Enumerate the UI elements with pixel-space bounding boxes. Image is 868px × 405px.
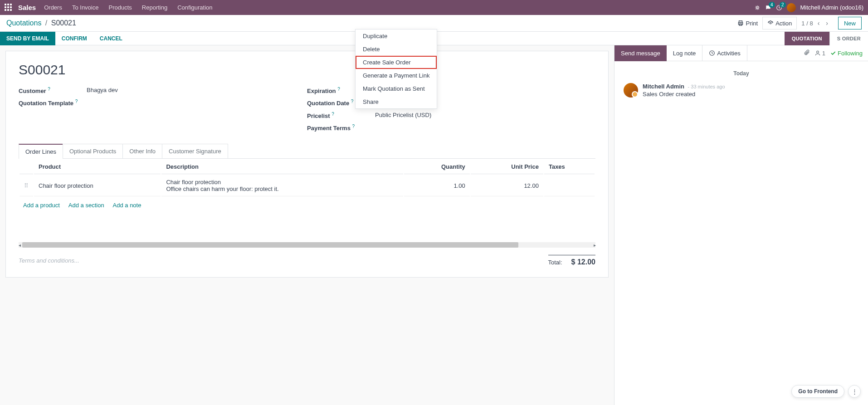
add-section-link[interactable]: Add a section bbox=[68, 202, 104, 209]
message-avatar bbox=[624, 83, 638, 98]
col-description: Description bbox=[161, 160, 403, 174]
attachment-icon[interactable] bbox=[804, 49, 810, 57]
col-product: Product bbox=[34, 160, 161, 174]
total-amount: $ 12.00 bbox=[571, 258, 595, 266]
terms-placeholder[interactable]: Terms and conditions... bbox=[19, 257, 548, 264]
dropdown-delete[interactable]: Delete bbox=[356, 43, 437, 56]
label-customer: Customer ? bbox=[19, 87, 87, 94]
cell-price[interactable]: 12.00 bbox=[471, 175, 543, 196]
message-time: - 33 minutes ago bbox=[688, 84, 725, 89]
message-author: Mitchell Admin bbox=[643, 83, 684, 90]
label-payment-terms: Payment Terms ? bbox=[307, 124, 375, 132]
total-row: Total: $ 12.00 bbox=[548, 255, 595, 266]
tab-order-lines[interactable]: Order Lines bbox=[19, 144, 63, 159]
chatter-message: Mitchell Admin - 33 minutes ago Sales Or… bbox=[624, 83, 859, 98]
form-sheet: S00021 Customer ?Bhagya dev Quotation Te… bbox=[5, 51, 609, 278]
dropdown-mark-sent[interactable]: Mark Quotation as Sent bbox=[356, 82, 437, 95]
label-template: Quotation Template ? bbox=[19, 99, 87, 107]
tabs: Order Lines Optional Products Other Info… bbox=[19, 143, 595, 159]
pager-prev-icon[interactable]: ‹ bbox=[816, 20, 822, 27]
col-taxes: Taxes bbox=[544, 160, 595, 174]
drag-handle-icon[interactable]: ⠿ bbox=[20, 175, 33, 196]
go-to-frontend-button[interactable]: Go to Frontend bbox=[791, 385, 844, 398]
new-button[interactable]: New bbox=[838, 17, 862, 29]
floating-actions: Go to Frontend ⋮ bbox=[791, 385, 861, 398]
action-dropdown: Duplicate Delete Create Sale Order Gener… bbox=[355, 29, 437, 109]
print-button[interactable]: Print bbox=[733, 17, 762, 29]
chatter-date-divider: Today bbox=[624, 70, 859, 77]
pager-next-icon[interactable]: › bbox=[824, 20, 830, 27]
tab-optional-products[interactable]: Optional Products bbox=[63, 144, 123, 159]
order-lines-table: Product Description Quantity Unit Price … bbox=[19, 159, 595, 197]
tab-other-info[interactable]: Other Info bbox=[122, 144, 162, 159]
add-note-link[interactable]: Add a note bbox=[113, 202, 141, 209]
status-sales-order[interactable]: S ORDER bbox=[829, 32, 868, 45]
log-note-button[interactable]: Log note bbox=[667, 45, 702, 61]
breadcrumb: Quotations / S00021 bbox=[6, 19, 76, 27]
activity-icon[interactable]: 2 bbox=[776, 5, 782, 11]
user-avatar[interactable] bbox=[787, 3, 796, 12]
pager: 1 / 8 ‹ › bbox=[797, 17, 834, 29]
cell-taxes[interactable] bbox=[544, 175, 595, 196]
cell-product[interactable]: Chair floor protection bbox=[34, 175, 161, 196]
pager-count[interactable]: 1 / 8 bbox=[801, 20, 813, 27]
top-navbar: Sales Orders To Invoice Products Reporti… bbox=[0, 0, 868, 15]
activities-button[interactable]: Activities bbox=[702, 45, 747, 61]
label-pricelist: Pricelist ? bbox=[307, 112, 375, 119]
send-email-button[interactable]: SEND BY EMAIL bbox=[0, 32, 55, 45]
svg-point-5 bbox=[770, 22, 771, 24]
table-row[interactable]: ⠿ Chair floor protection Chair floor pro… bbox=[20, 175, 595, 196]
total-label: Total: bbox=[548, 259, 562, 266]
apps-icon[interactable] bbox=[5, 4, 13, 12]
more-options-icon[interactable]: ⋮ bbox=[848, 385, 861, 398]
chat-badge: 4 bbox=[769, 2, 775, 8]
following-button[interactable]: Following bbox=[830, 50, 863, 57]
tab-customer-signature[interactable]: Customer Signature bbox=[162, 144, 228, 159]
dropdown-share[interactable]: Share bbox=[356, 95, 437, 108]
record-title: S00021 bbox=[19, 62, 595, 78]
chatter-panel: Send message Log note Activities 1 Follo… bbox=[614, 45, 868, 405]
followers-button[interactable]: 1 bbox=[814, 50, 825, 57]
value-pricelist[interactable]: Public Pricelist (USD) bbox=[375, 112, 431, 118]
app-brand[interactable]: Sales bbox=[18, 4, 36, 11]
horizontal-scrollbar[interactable]: ◂ ▸ bbox=[19, 242, 595, 248]
scroll-left-icon[interactable]: ◂ bbox=[17, 242, 22, 248]
action-button[interactable]: Action bbox=[762, 17, 797, 29]
status-quotation[interactable]: QUOTATION bbox=[785, 32, 829, 45]
col-unit-price: Unit Price bbox=[471, 160, 543, 174]
breadcrumb-root[interactable]: Quotations bbox=[6, 19, 41, 27]
cancel-button[interactable]: CANCEL bbox=[93, 32, 129, 45]
dropdown-create-sale-order[interactable]: Create Sale Order bbox=[356, 56, 437, 69]
svg-point-0 bbox=[756, 7, 758, 9]
chat-icon[interactable]: 4 bbox=[765, 5, 771, 11]
menu-products[interactable]: Products bbox=[108, 4, 132, 11]
cell-qty[interactable]: 1.00 bbox=[404, 175, 469, 196]
user-name[interactable]: Mitchell Admin (odoo16) bbox=[800, 4, 863, 11]
scroll-right-icon[interactable]: ▸ bbox=[592, 242, 597, 248]
svg-point-7 bbox=[817, 51, 819, 53]
send-message-button[interactable]: Send message bbox=[614, 45, 667, 61]
value-customer[interactable]: Bhagya dev bbox=[87, 87, 118, 93]
scrollbar-thumb[interactable] bbox=[22, 242, 518, 248]
dropdown-duplicate[interactable]: Duplicate bbox=[356, 29, 437, 43]
confirm-button[interactable]: CONFIRM bbox=[55, 32, 93, 45]
activity-badge: 2 bbox=[780, 2, 786, 8]
cell-description[interactable]: Chair floor protectionOffice chairs can … bbox=[161, 175, 403, 196]
message-text: Sales Order created bbox=[643, 91, 725, 98]
menu-configuration[interactable]: Configuration bbox=[177, 4, 212, 11]
col-quantity: Quantity bbox=[404, 160, 469, 174]
menu-to-invoice[interactable]: To Invoice bbox=[72, 4, 99, 11]
debug-icon[interactable] bbox=[754, 5, 761, 11]
menu-orders[interactable]: Orders bbox=[44, 4, 62, 11]
main-menu: Orders To Invoice Products Reporting Con… bbox=[44, 4, 212, 11]
breadcrumb-current: S00021 bbox=[51, 19, 76, 27]
menu-reporting[interactable]: Reporting bbox=[142, 4, 167, 11]
dropdown-generate-payment-link[interactable]: Generate a Payment Link bbox=[356, 69, 437, 82]
add-product-link[interactable]: Add a product bbox=[23, 202, 60, 209]
